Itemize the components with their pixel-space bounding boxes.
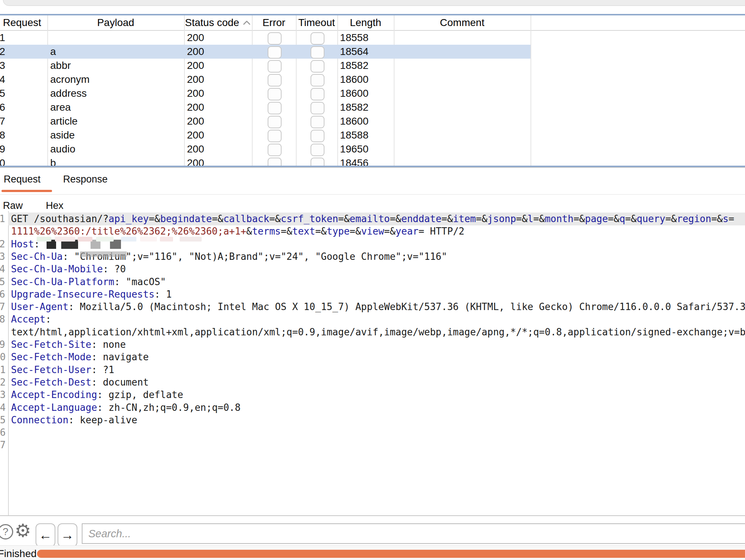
request-number-cell: 6 bbox=[0, 100, 5, 114]
comment-cell bbox=[397, 31, 529, 45]
line-content: Sec-Fetch-User: ?1 bbox=[11, 364, 114, 376]
line-number: 14 bbox=[0, 401, 5, 414]
help-icon[interactable]: ? bbox=[0, 524, 13, 539]
comment-cell bbox=[397, 73, 529, 86]
table-row[interactable]: 2a20018564 bbox=[0, 45, 745, 59]
request-line: 6Upgrade-Insecure-Requests: 1 bbox=[0, 288, 745, 301]
table-row[interactable]: 6area20018582 bbox=[0, 100, 745, 114]
payload-cell: abbr bbox=[50, 59, 182, 73]
column-header-label: Payload bbox=[97, 17, 134, 29]
redaction-smudge bbox=[80, 251, 127, 257]
tab-raw[interactable]: Raw bbox=[3, 200, 23, 211]
column-header-label: Request bbox=[3, 17, 41, 29]
timeout-checkbox[interactable] bbox=[311, 46, 324, 59]
line-content: Sec-Fetch-Site: none bbox=[11, 338, 126, 351]
line-number: 13 bbox=[0, 388, 5, 401]
column-header-payload[interactable]: Payload bbox=[47, 15, 184, 30]
redaction-artifact bbox=[55, 237, 75, 242]
status-code-cell: 200 bbox=[187, 73, 249, 86]
error-checkbox[interactable] bbox=[268, 102, 282, 114]
line-number: 1 bbox=[0, 213, 5, 225]
table-row[interactable]: 8aside20018588 bbox=[0, 128, 745, 142]
tab-response[interactable]: Response bbox=[63, 174, 108, 185]
table-row[interactable]: 4acronym20018600 bbox=[0, 73, 745, 86]
error-checkbox[interactable] bbox=[268, 144, 282, 156]
line-content: 1111%26%2360:/title%26%2362;%26%2360;a+1… bbox=[11, 225, 465, 237]
comment-cell bbox=[397, 128, 529, 142]
column-header-status-code[interactable]: Status code bbox=[184, 15, 252, 30]
table-row[interactable]: 7article20018600 bbox=[0, 114, 745, 128]
length-cell: 18582 bbox=[337, 59, 368, 73]
results-rows: 1200185582a200185643abbr200185824acronym… bbox=[0, 31, 745, 167]
redaction-artifact bbox=[160, 237, 173, 242]
request-line: 11Sec-Fetch-User: ?1 bbox=[0, 364, 745, 376]
line-number: 15 bbox=[0, 414, 5, 426]
table-row[interactable]: 120018558 bbox=[0, 31, 745, 45]
timeout-checkbox[interactable] bbox=[311, 88, 324, 100]
column-header-length[interactable]: Length bbox=[337, 15, 394, 30]
line-content: User-Agent: Mozilla/5.0 (Macintosh; Inte… bbox=[11, 301, 745, 313]
comment-cell bbox=[397, 86, 529, 100]
results-table: RequestPayloadStatus codeErrorTimeoutLen… bbox=[0, 15, 745, 167]
column-header-label: Timeout bbox=[298, 17, 335, 29]
timeout-checkbox[interactable] bbox=[311, 144, 324, 156]
error-checkbox[interactable] bbox=[268, 60, 282, 73]
column-header-comment[interactable]: Comment bbox=[394, 15, 531, 30]
timeout-checkbox[interactable] bbox=[311, 102, 324, 114]
status-code-cell: 200 bbox=[187, 114, 249, 128]
table-row[interactable]: 5address20018600 bbox=[0, 86, 745, 100]
line-content: Accept-Language: zh-CN,zh;q=0.9,en;q=0.8 bbox=[11, 401, 241, 414]
tab-request[interactable]: Request bbox=[4, 174, 41, 185]
tab-hex[interactable]: Hex bbox=[46, 200, 63, 211]
timeout-checkbox[interactable] bbox=[311, 60, 324, 73]
request-line: 3Sec-Ch-Ua: "Chromium";v="116", "Not)A;B… bbox=[0, 250, 745, 263]
timeout-checkbox[interactable] bbox=[311, 116, 324, 128]
line-number: 12 bbox=[0, 376, 5, 388]
line-content: Sec-Fetch-Mode: navigate bbox=[11, 351, 149, 363]
payload-cell: address bbox=[50, 86, 182, 100]
table-row[interactable]: 3abbr20018582 bbox=[0, 59, 745, 73]
timeout-checkbox[interactable] bbox=[311, 32, 324, 45]
column-header-timeout[interactable]: Timeout bbox=[296, 15, 337, 30]
gear-icon[interactable]: ⚙ bbox=[15, 520, 31, 542]
search-input[interactable] bbox=[82, 523, 745, 544]
error-checkbox[interactable] bbox=[268, 32, 282, 45]
status-code-cell: 200 bbox=[187, 31, 249, 45]
column-header-label: Comment bbox=[440, 17, 484, 29]
line-number: 8 bbox=[0, 313, 5, 325]
error-checkbox[interactable] bbox=[268, 74, 282, 86]
status-code-cell: 200 bbox=[187, 100, 249, 114]
length-cell: 18588 bbox=[337, 128, 368, 142]
timeout-checkbox[interactable] bbox=[311, 74, 324, 86]
tab-divider bbox=[0, 194, 745, 195]
intruder-attack-window: RequestPayloadStatus codeErrorTimeoutLen… bbox=[0, 0, 745, 560]
request-number-cell: 2 bbox=[0, 45, 5, 59]
error-checkbox[interactable] bbox=[268, 116, 282, 128]
request-editor[interactable]: 1GET /southasian/?api_key=&begindate=&ca… bbox=[0, 211, 745, 515]
message-tabs-panel: Request Response Raw Hex bbox=[0, 168, 745, 211]
request-line: 13Accept-Encoding: gzip, deflate bbox=[0, 388, 745, 401]
payload-cell: aside bbox=[50, 128, 182, 142]
length-cell: 19650 bbox=[337, 142, 368, 156]
search-next-button[interactable]: → bbox=[58, 523, 77, 547]
error-checkbox[interactable] bbox=[268, 130, 282, 142]
timeout-checkbox[interactable] bbox=[311, 130, 324, 142]
line-content: Accept-Encoding: gzip, deflate bbox=[11, 388, 183, 401]
request-line: 5Sec-Ch-Ua-Platform: "macOS" bbox=[0, 276, 745, 288]
length-cell: 18558 bbox=[337, 31, 368, 45]
status-code-cell: 200 bbox=[187, 128, 249, 142]
line-content: Sec-Ch-Ua: "Chromium";v="116", "Not)A;Br… bbox=[11, 250, 447, 263]
search-prev-button[interactable]: ← bbox=[36, 523, 55, 547]
column-header-label: Error bbox=[263, 17, 285, 29]
status-label: Finished bbox=[0, 548, 37, 560]
table-row[interactable]: 9audio20019650 bbox=[0, 142, 745, 156]
request-line: text/html,application/xhtml+xml,applicat… bbox=[0, 326, 745, 339]
search-toolbar: ? ⚙ ← → bbox=[0, 516, 745, 545]
column-header-error[interactable]: Error bbox=[252, 15, 296, 30]
redaction-artifact bbox=[96, 237, 114, 242]
error-checkbox[interactable] bbox=[268, 46, 282, 59]
results-table-header: RequestPayloadStatus codeErrorTimeoutLen… bbox=[0, 15, 745, 31]
column-header-request[interactable]: Request bbox=[3, 15, 47, 30]
line-content: Sec-Ch-Ua-Mobile: ?0 bbox=[11, 263, 126, 275]
error-checkbox[interactable] bbox=[268, 88, 282, 100]
